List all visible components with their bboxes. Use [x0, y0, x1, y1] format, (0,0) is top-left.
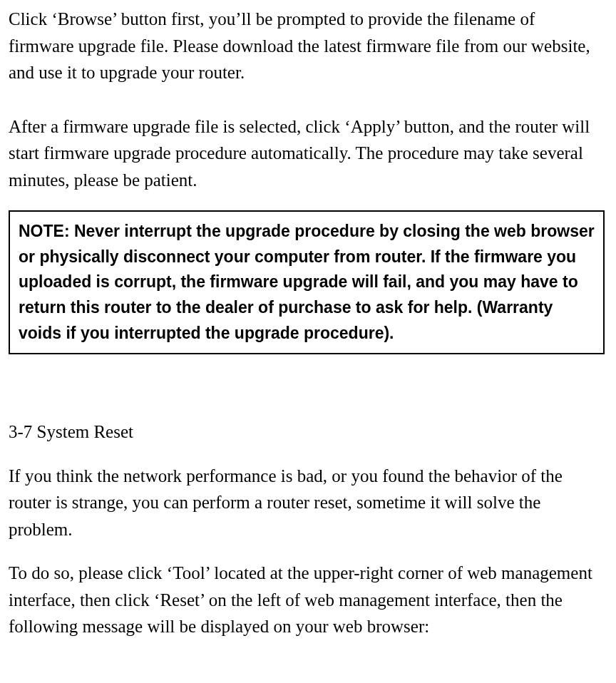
section-heading-system-reset: 3-7 System Reset — [9, 418, 605, 446]
paragraph-browse-instruction: Click ‘Browse’ button first, you’ll be p… — [9, 6, 605, 86]
paragraph-reset-intro: If you think the network performance is … — [9, 463, 605, 543]
note-warning-box: NOTE: Never interrupt the upgrade proced… — [9, 210, 605, 354]
paragraph-apply-instruction: After a firmware upgrade file is selecte… — [9, 113, 605, 194]
paragraph-reset-steps: To do so, please click ‘Tool’ located at… — [9, 560, 605, 640]
